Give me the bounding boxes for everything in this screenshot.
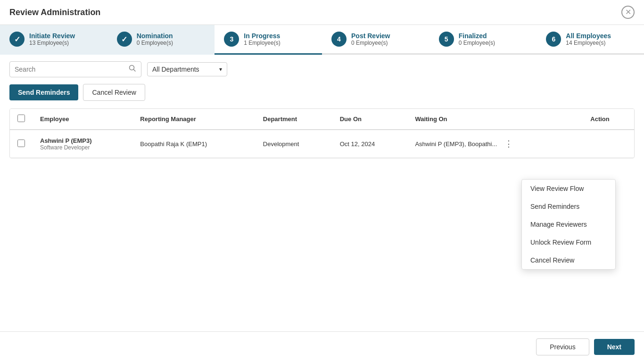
step-4-circle: 4 — [331, 32, 347, 47]
step-3-circle: 3 — [224, 32, 239, 47]
department-dropdown[interactable]: All Departments ▾ — [147, 62, 227, 76]
step-1-circle — [9, 32, 25, 47]
select-all-header — [10, 109, 33, 130]
step-5-circle: 5 — [439, 32, 454, 47]
step-3-label: In Progress — [244, 32, 280, 40]
col-reporting-manager: Reporting Manager — [132, 109, 255, 130]
search-icon — [129, 65, 136, 74]
dropdown-item-send-reminders[interactable]: Send Reminders — [522, 197, 615, 215]
step-finalized[interactable]: 5 Finalized 0 Employee(s) — [429, 25, 537, 55]
dropdown-item-cancel-review[interactable]: Cancel Review — [522, 251, 615, 269]
step-6-label: All Employees — [566, 32, 611, 40]
due-on-cell: Oct 12, 2024 — [332, 130, 408, 158]
employee-name: Ashwini P (EMP3) — [40, 137, 125, 144]
search-input[interactable] — [15, 66, 127, 73]
action-cell — [583, 130, 634, 158]
step-2-count: 0 Employee(s) — [137, 40, 173, 46]
row-checkbox[interactable] — [17, 140, 25, 147]
previous-button[interactable]: Previous — [536, 338, 589, 355]
close-button[interactable]: ✕ — [621, 6, 635, 19]
step-nomination[interactable]: Nomination 0 Employee(s) — [107, 25, 215, 55]
step-2-circle — [117, 32, 132, 47]
dropdown-item-unlock-review-form[interactable]: Unlock Review Form — [522, 233, 615, 251]
action-dropdown-menu: View Review Flow Send Reminders Manage R… — [521, 179, 616, 270]
steps-bar: Initiate Review 13 Employee(s) Nominatio… — [0, 25, 644, 55]
step-4-count: 0 Employee(s) — [351, 40, 390, 46]
step-4-label: Post Review — [351, 32, 390, 40]
step-6-circle: 6 — [546, 32, 561, 47]
col-department: Department — [256, 109, 332, 130]
step-in-progress[interactable]: 3 In Progress 1 Employee(s) — [215, 25, 322, 55]
row-checkbox-cell — [10, 130, 33, 158]
reporting-manager-cell: Boopathi Raja K (EMP1) — [132, 130, 255, 158]
col-employee: Employee — [33, 109, 132, 130]
col-due-on: Due On — [332, 109, 408, 130]
step-3-count: 1 Employee(s) — [244, 40, 280, 46]
dropdown-item-manage-reviewers[interactable]: Manage Reviewers — [522, 215, 615, 233]
step-5-label: Finalized — [459, 32, 495, 40]
step-6-count: 14 Employee(s) — [566, 40, 611, 46]
employee-role: Software Developer — [40, 144, 125, 151]
step-1-count: 13 Employee(s) — [29, 40, 75, 46]
department-label: All Departments — [152, 66, 199, 73]
row-action-dots[interactable]: ⋮ — [501, 137, 517, 151]
step-initiate-review[interactable]: Initiate Review 13 Employee(s) — [0, 25, 107, 55]
modal-title: Review Administration — [9, 8, 100, 17]
close-icon: ✕ — [625, 8, 631, 16]
department-cell: Development — [256, 130, 332, 158]
employees-table: Employee Reporting Manager Department Du… — [10, 109, 634, 158]
send-reminders-button[interactable]: Send Reminders — [9, 84, 78, 100]
dropdown-item-view-review-flow[interactable]: View Review Flow — [522, 180, 615, 197]
select-all-checkbox[interactable] — [17, 115, 25, 122]
step-post-review[interactable]: 4 Post Review 0 Employee(s) — [322, 25, 429, 55]
cancel-review-button[interactable]: Cancel Review — [83, 84, 145, 101]
waiting-on-cell: Ashwini P (EMP3), Boopathi... ⋮ — [407, 130, 583, 158]
step-1-label: Initiate Review — [29, 32, 75, 40]
col-action: Action — [583, 109, 634, 130]
step-all-employees[interactable]: 6 All Employees 14 Employee(s) — [537, 25, 644, 55]
table-row: Ashwini P (EMP3) Software Developer Boop… — [10, 130, 634, 158]
modal-header: Review Administration ✕ — [0, 0, 644, 25]
col-waiting-on: Waiting On — [407, 109, 583, 130]
table-header-row: Employee Reporting Manager Department Du… — [10, 109, 634, 130]
chevron-down-icon: ▾ — [219, 66, 222, 73]
employee-cell: Ashwini P (EMP3) Software Developer — [33, 130, 132, 158]
step-2-label: Nomination — [137, 32, 173, 40]
modal-container: Review Administration ✕ Initiate Review … — [0, 0, 644, 362]
next-button[interactable]: Next — [594, 339, 635, 355]
step-5-count: 0 Employee(s) — [459, 40, 495, 46]
toolbar: All Departments ▾ — [0, 55, 644, 84]
employees-table-container: Employee Reporting Manager Department Du… — [9, 108, 635, 158]
svg-line-1 — [134, 70, 136, 72]
search-box — [9, 61, 141, 77]
footer: Previous Next — [0, 331, 644, 362]
action-buttons-row: Send Reminders Cancel Review — [0, 84, 644, 108]
waiting-on-text: Ashwini P (EMP3), Boopathi... — [415, 140, 497, 148]
